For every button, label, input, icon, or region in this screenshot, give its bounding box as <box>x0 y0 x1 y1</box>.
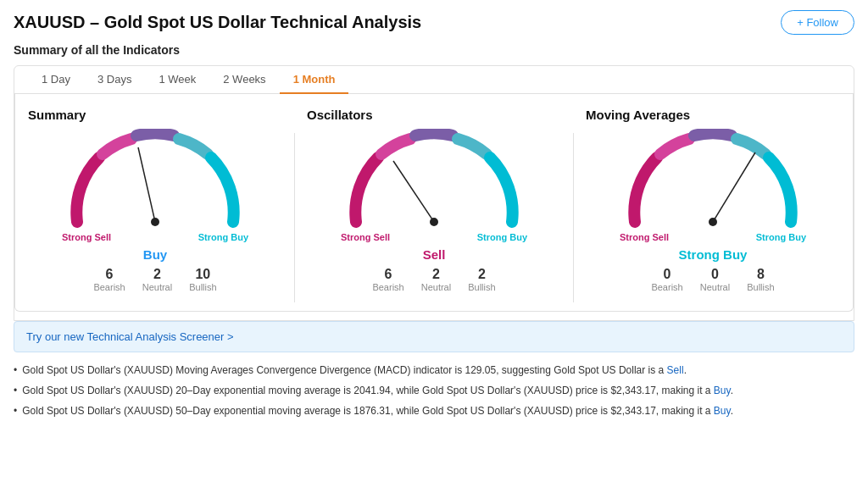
gauge-oscillators-stats: 6 Bearish 2 Neutral 2 Bullish <box>372 267 495 292</box>
gauge-ma-label-left: Strong Sell <box>620 232 669 242</box>
bullet-3: Gold Spot US Dollar's (XAUUSD) 50–Day ex… <box>14 403 854 418</box>
gauge-ma-label-right: Strong Buy <box>756 232 806 242</box>
svg-point-3 <box>430 218 438 226</box>
screener-bar: Try our new Technical Analysis Screener … <box>14 321 854 352</box>
stat-label-bullish-ma: Bullish <box>747 282 774 292</box>
svg-line-2 <box>393 161 434 222</box>
bullet-2-text: Gold Spot US Dollar's (XAUUSD) 20–Day ex… <box>22 383 733 398</box>
gauge-summary-dial <box>62 129 248 230</box>
stat-num-bearish-ma: 0 <box>664 267 671 282</box>
stat-label-bearish-ma: Bearish <box>651 282 682 292</box>
stat-num-neutral-summary: 2 <box>153 267 161 282</box>
stat-num-bullish-ma: 8 <box>757 267 765 282</box>
stat-neutral-ma: 0 Neutral <box>700 267 730 292</box>
stat-num-neutral-ma: 0 <box>711 267 719 282</box>
bullet-1-text: Gold Spot US Dollar's (XAUUSD) Moving Av… <box>22 363 687 378</box>
gauge-summary-label-left: Strong Sell <box>62 232 111 242</box>
stat-label-neutral-ma: Neutral <box>700 282 730 292</box>
screener-link[interactable]: Try our new Technical Analysis Screener … <box>26 330 234 343</box>
tab-1week[interactable]: 1 Week <box>145 66 209 94</box>
gauge-oscillators: Oscillators Strong Sell Strong Buy Sell <box>307 108 561 292</box>
svg-line-0 <box>138 147 155 222</box>
stat-bullish-ma: 8 Bullish <box>747 267 774 292</box>
svg-point-1 <box>151 218 159 226</box>
stat-bullish-osc: 2 Bullish <box>468 267 495 292</box>
stat-bearish-summary: 6 Bearish <box>93 267 125 292</box>
gauge-summary-label-right: Strong Buy <box>198 232 248 242</box>
gauge-ma-labels: Strong Sell Strong Buy <box>620 232 806 242</box>
bullets-list: Gold Spot US Dollar's (XAUUSD) Moving Av… <box>14 363 854 418</box>
stat-bearish-ma: 0 Bearish <box>651 267 682 292</box>
stat-bearish-osc: 6 Bearish <box>372 267 403 292</box>
gauge-summary: Summary <box>28 108 282 292</box>
stat-neutral-osc: 2 Neutral <box>421 267 451 292</box>
stat-label-neutral-summary: Neutral <box>142 282 172 292</box>
gauge-oscillators-label-right: Strong Buy <box>477 232 527 242</box>
section-subtitle: Summary of all the Indicators <box>14 43 854 57</box>
bullet-1: Gold Spot US Dollar's (XAUUSD) Moving Av… <box>14 363 854 378</box>
gauge-oscillators-signal: Sell <box>423 247 446 262</box>
gauge-ma-signal: Strong Buy <box>679 247 748 262</box>
gauges-container: Summary <box>14 94 854 312</box>
tab-3days[interactable]: 3 Days <box>84 66 145 94</box>
stat-num-bullish-summary: 10 <box>195 267 210 282</box>
divider-1 <box>294 133 295 302</box>
gauge-summary-title: Summary <box>28 108 86 122</box>
gauge-ma-dial <box>620 129 806 230</box>
gauge-oscillators-label-left: Strong Sell <box>341 232 390 242</box>
gauge-ma-title: Moving Averages <box>586 108 690 122</box>
tabs-row: 1 Day 3 Days 1 Week 2 Weeks 1 Month <box>14 66 854 94</box>
svg-point-5 <box>709 218 717 226</box>
gauge-oscillators-labels: Strong Sell Strong Buy <box>341 232 527 242</box>
bullet-2: Gold Spot US Dollar's (XAUUSD) 20–Day ex… <box>14 383 854 398</box>
stat-num-bearish-osc: 6 <box>385 267 392 282</box>
gauge-summary-stats: 6 Bearish 2 Neutral 10 Bullish <box>93 267 216 292</box>
stat-label-neutral-osc: Neutral <box>421 282 451 292</box>
stat-label-bullish-summary: Bullish <box>189 282 216 292</box>
divider-2 <box>573 133 574 302</box>
stat-neutral-summary: 2 Neutral <box>142 267 172 292</box>
svg-line-4 <box>713 152 755 222</box>
stat-label-bearish-summary: Bearish <box>93 282 125 292</box>
tab-1day[interactable]: 1 Day <box>28 66 84 94</box>
stat-num-bearish-summary: 6 <box>106 267 114 282</box>
gauge-oscillators-dial <box>341 129 527 230</box>
gauge-summary-signal: Buy <box>143 247 167 262</box>
stat-num-neutral-osc: 2 <box>432 267 440 282</box>
stat-label-bearish-osc: Bearish <box>372 282 403 292</box>
tab-2weeks[interactable]: 2 Weeks <box>209 66 279 94</box>
gauge-summary-labels: Strong Sell Strong Buy <box>62 232 248 242</box>
stat-label-bullish-osc: Bullish <box>468 282 495 292</box>
gauge-oscillators-title: Oscillators <box>307 108 373 122</box>
gauge-ma-stats: 0 Bearish 0 Neutral 8 Bullish <box>651 267 774 292</box>
tab-1month[interactable]: 1 Month <box>280 66 349 94</box>
bullet-3-text: Gold Spot US Dollar's (XAUUSD) 50–Day ex… <box>22 403 733 418</box>
page-title: XAUUSD – Gold Spot US Dollar Technical A… <box>14 13 421 32</box>
follow-button[interactable]: + Follow <box>781 10 854 35</box>
gauge-moving-averages: Moving Averages Strong Sell Strong Buy S… <box>586 108 840 292</box>
stat-num-bullish-osc: 2 <box>478 267 486 282</box>
stat-bullish-summary: 10 Bullish <box>189 267 216 292</box>
